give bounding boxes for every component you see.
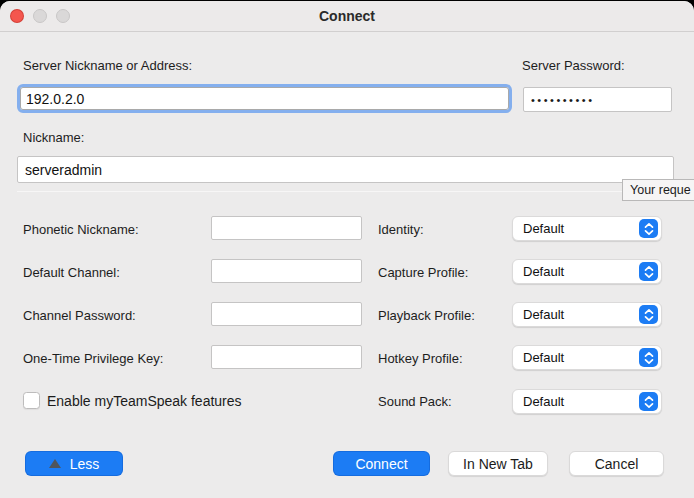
less-button[interactable]: Less [25,451,123,476]
default-channel-label: Default Channel: [23,265,120,280]
in-new-tab-button[interactable]: In New Tab [448,451,548,476]
server-address-input[interactable] [20,87,509,110]
in-new-tab-button-label: In New Tab [463,456,533,472]
playback-profile-dropdown[interactable]: Default [512,302,662,327]
section-divider [17,191,677,192]
tooltip: Your reque [622,179,694,201]
window-title: Connect [0,8,694,24]
myteamspeak-checkbox-label: Enable myTeamSpeak features [47,393,242,409]
collapse-triangle-icon [49,459,61,468]
capture-profile-dropdown[interactable]: Default [512,259,662,284]
sound-pack-label: Sound Pack: [378,394,452,409]
playback-profile-label: Playback Profile: [378,308,475,323]
title-bar: Connect [0,1,694,32]
sound-pack-dropdown[interactable]: Default [512,389,662,414]
updown-chevron-icon [639,392,658,411]
default-channel-input[interactable] [211,259,362,283]
channel-password-label: Channel Password: [23,308,136,323]
cancel-button[interactable]: Cancel [569,451,664,476]
channel-password-input[interactable] [211,302,362,326]
privilege-key-input[interactable] [211,345,362,369]
hotkey-profile-dropdown[interactable]: Default [512,345,662,370]
updown-chevron-icon [639,219,658,238]
less-button-label: Less [70,456,100,472]
connect-button[interactable]: Connect [333,451,430,476]
playback-profile-dropdown-value: Default [523,307,564,322]
server-address-field-focus-ring [17,84,512,113]
identity-dropdown[interactable]: Default [512,216,662,241]
identity-label: Identity: [378,222,424,237]
capture-profile-label: Capture Profile: [378,265,468,280]
server-address-label: Server Nickname or Address: [23,58,192,73]
nickname-input[interactable] [17,156,674,183]
server-password-label: Server Password: [522,58,625,73]
cancel-button-label: Cancel [595,456,639,472]
updown-chevron-icon [639,262,658,281]
identity-dropdown-value: Default [523,221,564,236]
connect-dialog: Connect Server Nickname or Address: Serv… [0,1,694,498]
hotkey-profile-label: Hotkey Profile: [378,351,463,366]
sound-pack-dropdown-value: Default [523,394,564,409]
capture-profile-dropdown-value: Default [523,264,564,279]
connect-button-label: Connect [355,456,407,472]
myteamspeak-checkbox[interactable] [23,392,40,409]
phonetic-nickname-label: Phonetic Nickname: [23,222,139,237]
server-password-input[interactable] [523,87,672,112]
hotkey-profile-dropdown-value: Default [523,350,564,365]
phonetic-nickname-input[interactable] [211,216,362,240]
updown-chevron-icon [639,305,658,324]
nickname-label: Nickname: [23,130,84,145]
updown-chevron-icon [639,348,658,367]
privilege-key-label: One-Time Privilege Key: [23,351,163,366]
